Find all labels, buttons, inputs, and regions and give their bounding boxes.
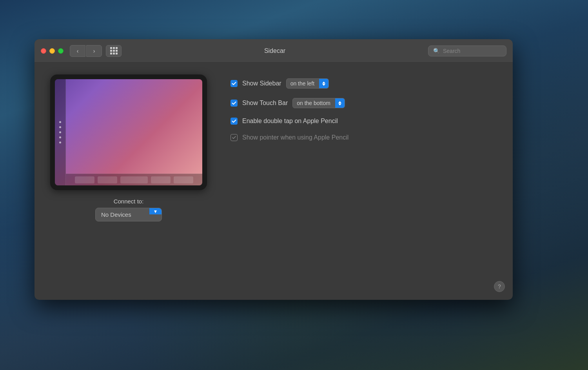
connect-dropdown-arrow: ▾	[149, 208, 162, 214]
forward-icon: ›	[93, 48, 95, 54]
double-tap-label: Enable double tap on Apple Pencil	[242, 118, 338, 125]
show-pointer-row: Show pointer when using Apple Pencil	[230, 134, 348, 141]
show-sidebar-checkbox[interactable]	[230, 80, 238, 87]
ipad-touchbar-strip	[66, 174, 202, 185]
touchbar-key	[75, 176, 94, 183]
sidebar-position-arrows	[319, 79, 328, 88]
touchbar-position-value: on the bottom	[297, 100, 330, 106]
search-bar[interactable]: 🔍	[428, 45, 506, 56]
forward-button[interactable]: ›	[86, 45, 102, 57]
ipad-preview	[50, 74, 207, 190]
nav-buttons: ‹ ›	[70, 45, 102, 57]
ipad-section: Connect to: No Devices ▾	[50, 74, 207, 221]
checkmark-icon	[232, 119, 236, 123]
help-button[interactable]: ?	[494, 281, 505, 292]
ipad-screen	[55, 79, 202, 185]
show-touchbar-row: Show Touch Bar on the bottom	[230, 98, 348, 108]
show-sidebar-row: Show Sidebar on the left	[230, 78, 348, 89]
show-touchbar-checkbox[interactable]	[230, 100, 238, 107]
touchbar-position-arrows	[335, 98, 345, 108]
touchbar-key	[98, 176, 117, 183]
checkmark-icon	[232, 101, 236, 105]
maximize-button[interactable]	[58, 48, 64, 54]
touchbar-key	[174, 176, 193, 183]
arrow-down-icon	[322, 84, 325, 86]
connect-label: Connect to:	[114, 198, 144, 205]
double-tap-checkbox[interactable]	[230, 118, 238, 125]
sidebar-position-value: on the left	[290, 80, 315, 87]
sidecar-window: ‹ › Sidecar 🔍	[34, 39, 513, 300]
search-input[interactable]	[443, 48, 501, 54]
sidebar-indicator	[59, 126, 61, 128]
grid-icon	[110, 47, 118, 54]
show-pointer-checkbox[interactable]	[230, 134, 238, 141]
content-area: Connect to: No Devices ▾	[34, 63, 513, 233]
connect-dropdown[interactable]: No Devices ▾	[95, 208, 162, 221]
arrow-down-icon	[338, 103, 341, 105]
connect-dropdown-text: No Devices	[96, 208, 149, 221]
back-button[interactable]: ‹	[70, 45, 85, 57]
sidebar-indicator	[59, 121, 61, 123]
sidebar-position-select[interactable]: on the left	[286, 78, 329, 89]
back-icon: ‹	[77, 48, 79, 54]
touchbar-key	[120, 176, 148, 183]
close-button[interactable]	[41, 48, 46, 54]
sidebar-indicator	[59, 141, 61, 143]
connect-section: Connect to: No Devices ▾	[95, 198, 162, 221]
minimize-button[interactable]	[49, 48, 55, 54]
ipad-sidebar-strip	[55, 79, 66, 185]
window-content: Connect to: No Devices ▾	[34, 63, 513, 300]
touchbar-position-select[interactable]: on the bottom	[292, 98, 345, 108]
double-tap-row: Enable double tap on Apple Pencil	[230, 118, 348, 125]
show-pointer-label: Show pointer when using Apple Pencil	[242, 134, 348, 141]
traffic-lights	[41, 48, 64, 54]
help-icon: ?	[498, 283, 501, 290]
titlebar: ‹ › Sidecar 🔍	[34, 39, 513, 63]
arrow-up-icon	[322, 82, 325, 83]
show-touchbar-label: Show Touch Bar	[242, 100, 288, 107]
settings-panel: Show Sidebar on the left	[230, 74, 348, 141]
checkmark-icon	[232, 81, 236, 86]
grid-view-button[interactable]	[106, 45, 122, 57]
sidebar-indicator	[59, 136, 61, 138]
show-sidebar-label: Show Sidebar	[242, 80, 281, 87]
arrow-up-icon	[338, 101, 341, 103]
sidebar-indicator	[59, 131, 61, 133]
chevron-down-icon: ▾	[154, 208, 157, 214]
checkmark-icon	[232, 136, 236, 140]
window-title: Sidecar	[122, 47, 428, 54]
touchbar-key	[151, 176, 171, 183]
search-icon: 🔍	[433, 48, 440, 54]
